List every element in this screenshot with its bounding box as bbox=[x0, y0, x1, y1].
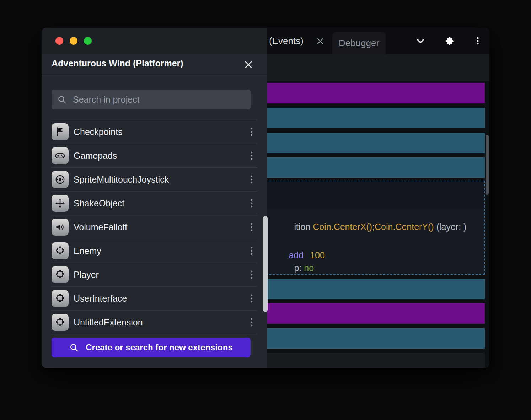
expression-y: Coin.CenterY() bbox=[375, 222, 434, 232]
app-window: (Events) Debugger bbox=[42, 28, 489, 368]
create-extension-button[interactable]: Create or search for new extensions bbox=[52, 338, 251, 357]
search-icon bbox=[57, 95, 66, 104]
action-text: ition bbox=[294, 222, 313, 232]
flag-icon bbox=[52, 123, 69, 140]
tab-debugger-label: Debugger bbox=[339, 38, 379, 49]
puzzle-icon bbox=[52, 290, 69, 307]
kebab-menu-icon[interactable] bbox=[473, 36, 482, 45]
list-item-label: Gamepads bbox=[74, 151, 247, 161]
list-item-label: UserInterface bbox=[74, 294, 247, 304]
gamepad-icon bbox=[52, 147, 69, 164]
list-item-enemy[interactable]: Enemy bbox=[52, 239, 257, 263]
item-menu-icon[interactable] bbox=[247, 246, 256, 256]
list-item-volumefalloff[interactable]: VolumeFalloff bbox=[52, 215, 257, 239]
layer-param: (layer: ) bbox=[434, 222, 467, 232]
list-item-label: ShakeObject bbox=[74, 198, 247, 209]
joystick-icon bbox=[52, 171, 69, 188]
panel-title: Adventurous Wind (Platformer) bbox=[52, 58, 183, 69]
tab-close-icon[interactable] bbox=[316, 37, 324, 45]
tab-events[interactable]: (Events) bbox=[269, 36, 304, 47]
tab-debugger[interactable]: Debugger bbox=[332, 32, 386, 54]
list-item-label: Checkpoints bbox=[74, 127, 247, 137]
puzzle-icon bbox=[52, 266, 69, 283]
project-search-box[interactable] bbox=[52, 90, 251, 109]
cta-label: Create or search for new extensions bbox=[86, 343, 232, 352]
list-item-shakeobject[interactable]: ShakeObject bbox=[52, 191, 257, 215]
extensions-list: Checkpoints Gamepads SpriteMultitouchJoy… bbox=[42, 120, 267, 334]
list-item-spritemultitouchjoystick[interactable]: SpriteMultitouchJoystick bbox=[52, 167, 257, 191]
list-item-label: SpriteMultitouchJoystick bbox=[74, 174, 247, 185]
traffic-close-button[interactable] bbox=[55, 37, 63, 45]
list-item-userinterface[interactable]: UserInterface bbox=[52, 286, 257, 310]
item-menu-icon[interactable] bbox=[247, 150, 256, 161]
item-menu-icon[interactable] bbox=[247, 198, 256, 209]
puzzle-icon[interactable] bbox=[444, 36, 454, 46]
item-menu-icon[interactable] bbox=[247, 174, 256, 185]
puzzle-icon bbox=[52, 314, 69, 331]
item-menu-icon[interactable] bbox=[247, 293, 256, 304]
screen: (Events) Debugger bbox=[0, 0, 531, 420]
panel-header: Adventurous Wind (Platformer) bbox=[42, 54, 267, 76]
speaker-icon bbox=[52, 219, 69, 236]
window-titlebar bbox=[42, 28, 267, 54]
item-menu-icon[interactable] bbox=[247, 269, 256, 280]
extensions-panel: Adventurous Wind (Platformer) Checkpoint… bbox=[42, 28, 267, 368]
move-arrows-icon bbox=[52, 195, 69, 212]
panel-scrollbar[interactable] bbox=[263, 216, 268, 312]
list-item-label: Player bbox=[74, 270, 247, 280]
list-item-gamepads[interactable]: Gamepads bbox=[52, 144, 257, 167]
search-icon bbox=[69, 343, 79, 352]
events-scrollbar[interactable] bbox=[486, 135, 489, 195]
close-icon[interactable] bbox=[243, 60, 253, 70]
traffic-minimize-button[interactable] bbox=[70, 37, 77, 45]
param-value: no bbox=[304, 263, 314, 273]
chevron-down-icon[interactable] bbox=[415, 36, 425, 46]
search-input[interactable] bbox=[72, 94, 245, 105]
list-item-checkpoints[interactable]: Checkpoints bbox=[52, 120, 257, 144]
item-menu-icon[interactable] bbox=[247, 317, 256, 328]
param-label: p: bbox=[294, 263, 304, 273]
separator: ; bbox=[372, 222, 375, 232]
item-menu-icon[interactable] bbox=[247, 126, 256, 137]
list-item-untitledextension[interactable]: UntitledExtension bbox=[52, 310, 257, 334]
list-item-player[interactable]: Player bbox=[52, 263, 257, 286]
list-item-label: VolumeFalloff bbox=[74, 222, 247, 232]
expression-x: Coin.CenterX() bbox=[313, 222, 372, 232]
traffic-zoom-button[interactable] bbox=[84, 37, 92, 45]
puzzle-icon bbox=[52, 242, 69, 259]
list-item-label: Enemy bbox=[74, 246, 247, 256]
list-item-label: UntitledExtension bbox=[74, 317, 247, 328]
item-menu-icon[interactable] bbox=[247, 222, 256, 232]
